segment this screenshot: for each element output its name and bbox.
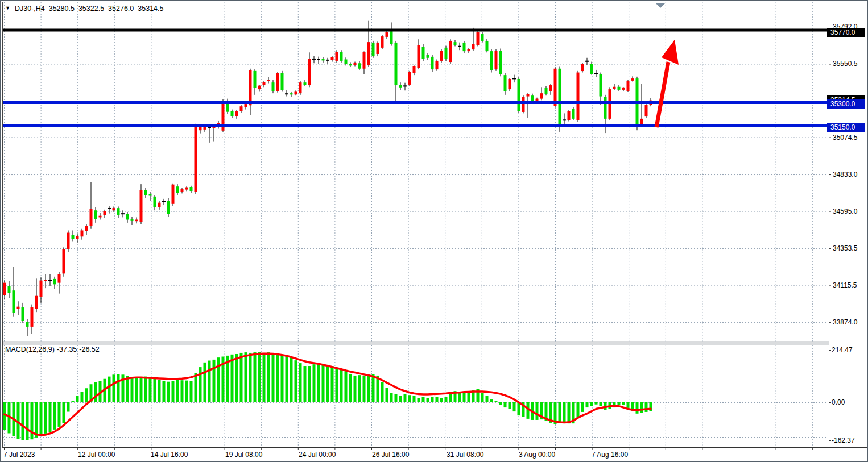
up-arrow-annotation[interactable] (662, 40, 679, 65)
ohlc-high: 35322.5 (78, 5, 104, 13)
ohlc-open: 35280.5 (49, 5, 75, 13)
time-axis-label: 7 Aug 16:00 (592, 451, 628, 459)
macd-main-value: -37.35 (57, 346, 77, 353)
price-axis-label: 35074.5 (833, 134, 857, 141)
price-level-tag: 35770.0 (827, 28, 865, 37)
price-axis-label: 35550.5 (833, 60, 857, 68)
price-axis-label: 34833.0 (833, 170, 857, 178)
macd-indicator-label: MACD(12,26,9)-37.35-26.52 (5, 346, 102, 353)
ohlc-low: 35276.0 (108, 5, 134, 13)
time-axis-label: 19 Jul 08:00 (225, 451, 262, 459)
macd-axis-label: 0.00 (832, 398, 845, 406)
macd-axis-label: 214.47 (832, 346, 853, 354)
price-axis-label: 33874.0 (833, 318, 857, 326)
macd-axis-label: -162.37 (832, 436, 855, 444)
time-axis-label: 31 Jul 08:00 (447, 451, 483, 459)
macd-name: MACD(12,26,9) (5, 346, 55, 353)
time-axis-label: 14 Jul 16:00 (151, 451, 188, 459)
time-axis-label: 26 Jul 16:00 (372, 451, 409, 459)
time-axis-label: 24 Jul 00:00 (299, 451, 336, 459)
trading-chart-window[interactable]: ▼DJ30-,H435280.535322.535276.035314.5 MA… (0, 0, 868, 462)
time-marker-icon (656, 3, 665, 8)
price-level-tag: 35300.0 (827, 99, 865, 109)
time-axis-label: 7 Jul 2023 (3, 451, 35, 459)
symbol-timeframe-label: DJ30-,H4 (15, 5, 45, 13)
time-axis-label: 12 Jul 00:00 (78, 451, 115, 459)
chart-canvas[interactable] (1, 1, 868, 462)
price-axis-label: 34595.0 (833, 207, 857, 215)
triangle-down-icon[interactable]: ▼ (5, 5, 10, 11)
price-axis-label: 34115.5 (833, 281, 857, 289)
chart-title: ▼DJ30-,H435280.535322.535276.035314.5 (5, 5, 163, 13)
price-level-tag: 35150.0 (827, 123, 865, 132)
ohlc-close: 35314.5 (138, 5, 163, 13)
price-axis-label: 34353.5 (833, 244, 857, 252)
macd-signal-value: -26.52 (79, 346, 99, 353)
time-axis-label: 3 Aug 00:00 (519, 451, 555, 459)
